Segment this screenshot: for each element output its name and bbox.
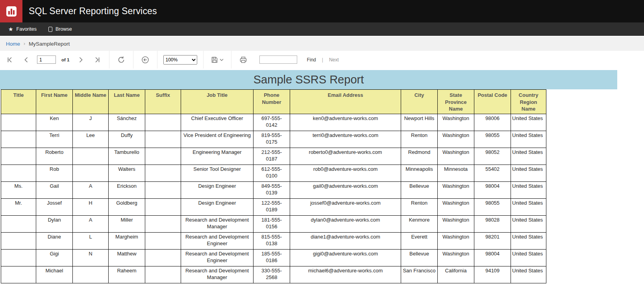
table-cell: 330-555-2568 (254, 266, 290, 283)
column-header: Job Title (181, 90, 254, 114)
table-row: Mr.JossefHGoldbergDesign Engineer122-555… (1, 199, 546, 216)
menu-item-favorites[interactable]: ★ Favorites (2, 22, 43, 36)
table-cell: United States (511, 114, 546, 131)
table-cell: rob0@adventure-works.com (290, 165, 401, 182)
table-cell: Washington (438, 233, 474, 250)
find-next-link[interactable]: Next (329, 57, 339, 63)
table-cell: Miller (109, 216, 145, 233)
table-cell: 98006 (474, 114, 511, 131)
table-cell: jossef0@adventure-works.com (290, 199, 401, 216)
column-header: Last Name (109, 90, 145, 114)
table-cell: Mr. (1, 199, 36, 216)
table-cell: Gigi (36, 250, 73, 266)
table-cell: Research and Development Engineer (181, 250, 254, 266)
next-page-button[interactable] (75, 54, 87, 66)
table-header-row: TitleFirst NameMiddle NameLast NameSuffi… (1, 90, 546, 114)
report-toolbar: of 1 100% (0, 51, 644, 68)
report-title: Sample SSRS Report (254, 73, 364, 86)
table-cell: Redmond (401, 148, 438, 165)
export-button[interactable] (209, 54, 225, 66)
table-row: RobertoTamburelloEngineering Manager212-… (1, 148, 546, 165)
last-page-button[interactable] (91, 54, 103, 66)
column-header: Postal Code (474, 90, 511, 114)
find-input[interactable] (259, 55, 297, 64)
menu-item-browse[interactable]: Browse (43, 22, 78, 36)
table-cell: ken0@adventure-works.com (290, 114, 401, 131)
table-cell (1, 266, 36, 283)
breadcrumb-current: MySampleReport (29, 41, 70, 47)
chevron-right-icon: › (24, 41, 25, 46)
table-cell: Roberto (36, 148, 73, 165)
table-cell: Sánchez (109, 114, 145, 131)
table-cell: A (73, 216, 109, 233)
print-button[interactable] (237, 54, 249, 66)
table-cell: dylan0@adventure-works.com (290, 216, 401, 233)
table-cell (1, 165, 36, 182)
table-cell: United States (511, 216, 546, 233)
table-cell: 612-555-0100 (254, 165, 290, 182)
table-row: TerriLeeDuffyVice President of Engineeri… (1, 131, 546, 148)
column-header: Country Region Name (511, 90, 546, 114)
toolbar-separator (109, 51, 109, 68)
table-cell: Kenmore (401, 216, 438, 233)
table-cell: United States (511, 148, 546, 165)
refresh-button[interactable] (115, 54, 127, 66)
table-cell: United States (511, 182, 546, 199)
table-cell (1, 216, 36, 233)
table-cell: Walters (109, 165, 145, 182)
table-cell: Erickson (109, 182, 145, 199)
table-cell: Washington (438, 131, 474, 148)
breadcrumb-home-link[interactable]: Home (6, 41, 20, 47)
table-cell (1, 131, 36, 148)
table-cell: 94109 (474, 266, 511, 283)
table-cell: United States (511, 250, 546, 266)
back-button[interactable] (139, 54, 151, 66)
table-cell: Washington (438, 250, 474, 266)
find-link[interactable]: Find (307, 57, 316, 63)
table-cell: Newport Hills (401, 114, 438, 131)
table-cell: 815-555-0138 (254, 233, 290, 250)
table-cell: Dylan (36, 216, 73, 233)
table-cell (145, 233, 181, 250)
zoom-select[interactable]: 100% (163, 55, 197, 65)
table-row: DianeLMargheimResearch and Development E… (1, 233, 546, 250)
refresh-icon (117, 56, 125, 64)
table-cell: Vice President of Engineering (181, 131, 254, 148)
previous-page-button[interactable] (20, 54, 32, 66)
menu-bar: ★ Favorites Browse (0, 22, 644, 37)
table-cell: Everett (401, 233, 438, 250)
page-number-input[interactable] (37, 55, 56, 64)
bar-chart-icon (5, 5, 18, 18)
table-cell: Minnesota (438, 165, 474, 182)
table-cell (145, 148, 181, 165)
column-header: State Province Name (438, 90, 474, 114)
app-logo[interactable] (0, 0, 22, 22)
table-cell: United States (511, 233, 546, 250)
browse-icon (48, 27, 52, 32)
column-header: Phone Number (254, 90, 290, 114)
table-cell: N (73, 250, 109, 266)
table-cell (145, 266, 181, 283)
table-cell: 849-555-0139 (254, 182, 290, 199)
print-icon (239, 56, 247, 63)
menu-browse-label: Browse (56, 26, 72, 32)
table-cell: Chief Executive Officer (181, 114, 254, 131)
first-page-button[interactable] (4, 54, 16, 66)
table-cell: California (438, 266, 474, 283)
table-cell: Ms. (1, 182, 36, 199)
column-header: First Name (36, 90, 73, 114)
menu-favorites-label: Favorites (17, 26, 37, 32)
table-cell: Research and Development Manager (181, 216, 254, 233)
toolbar-separator (133, 51, 133, 68)
toolbar-separator (203, 51, 204, 68)
table-row: MichaelRaheemResearch and Development Ma… (1, 266, 546, 283)
app-header: SQL Server Reporting Services (0, 0, 644, 22)
table-cell: L (73, 233, 109, 250)
column-header: Email Address (290, 90, 401, 114)
table-cell: Washington (438, 182, 474, 199)
table-cell: Rob (36, 165, 73, 182)
table-row: GigiNMatthewResearch and Development Eng… (1, 250, 546, 266)
table-cell: gigi0@adventure-works.com (290, 250, 401, 266)
table-cell (73, 148, 109, 165)
table-cell (145, 250, 181, 266)
